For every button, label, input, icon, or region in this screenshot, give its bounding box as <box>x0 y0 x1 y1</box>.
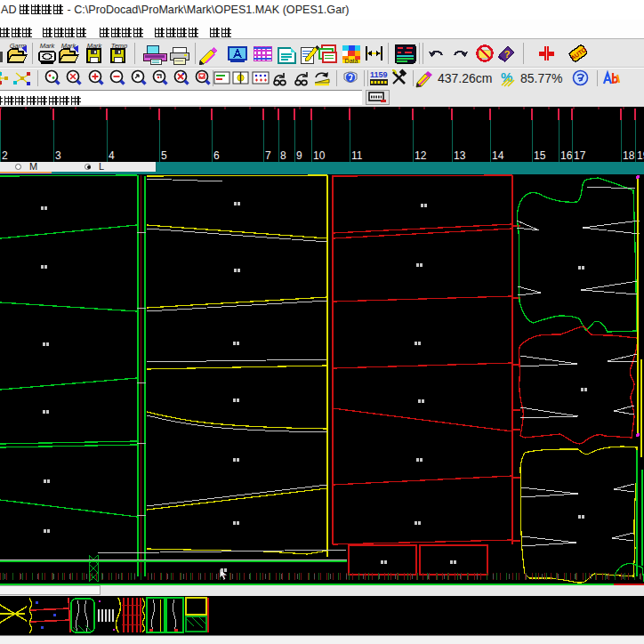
svg-text:2: 2 <box>2 149 8 162</box>
svg-text:16: 16 <box>560 149 573 162</box>
svg-text:19: 19 <box>637 149 644 162</box>
svg-text:13: 13 <box>454 149 466 162</box>
svg-text:11: 11 <box>351 149 363 162</box>
svg-text:3: 3 <box>55 149 61 162</box>
svg-text:6: 6 <box>213 149 220 162</box>
svg-text:14: 14 <box>492 149 504 162</box>
svg-text:17: 17 <box>574 149 586 162</box>
svg-text:5: 5 <box>161 149 167 162</box>
svg-text:Data: Data <box>345 58 358 64</box>
svg-text:10: 10 <box>313 149 326 162</box>
svg-text:7: 7 <box>265 149 271 162</box>
svg-text:1159: 1159 <box>370 70 388 79</box>
svg-text:4: 4 <box>109 149 115 162</box>
svg-text:%: % <box>501 69 512 85</box>
svg-text:?: ? <box>504 49 511 60</box>
svg-text:8: 8 <box>280 149 286 162</box>
svg-text:15: 15 <box>534 149 546 162</box>
svg-text:Mark: Mark <box>40 42 56 50</box>
svg-text:9: 9 <box>296 149 302 162</box>
svg-text:18: 18 <box>623 149 635 162</box>
svg-text:12: 12 <box>415 149 427 162</box>
